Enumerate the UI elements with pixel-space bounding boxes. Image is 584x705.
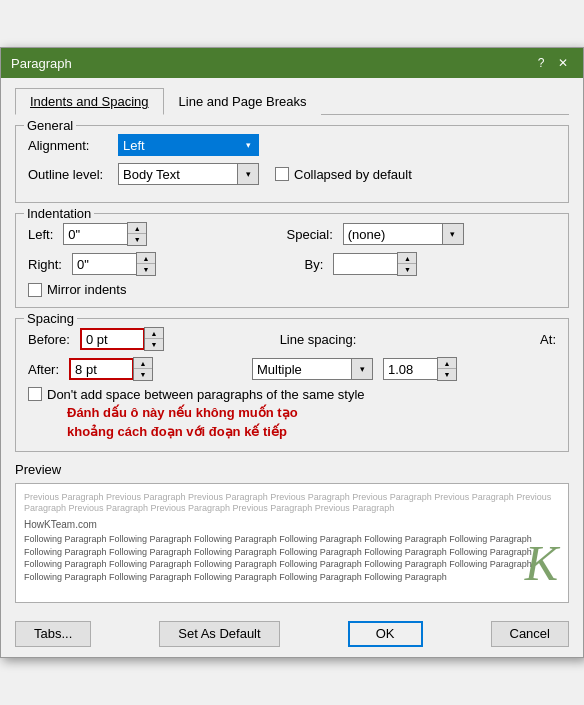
before-down-arrow[interactable]: ▼ <box>145 339 163 350</box>
indentation-title: Indentation <box>24 206 94 221</box>
outline-dropdown-wrap: Body Text ▾ <box>118 163 259 185</box>
alignment-dropdown-wrap: Left ▾ <box>118 134 259 156</box>
outline-dropdown-arrow[interactable]: ▾ <box>237 163 259 185</box>
preview-box: Previous Paragraph Previous Paragraph Pr… <box>15 483 569 603</box>
before-spinner: ▲ ▼ <box>80 327 270 351</box>
special-dropdown[interactable]: (none) <box>343 223 443 245</box>
after-down-arrow[interactable]: ▼ <box>134 369 152 380</box>
special-label: Special: <box>287 227 333 242</box>
title-bar: Paragraph ? ✕ <box>1 48 583 78</box>
same-style-checkbox-wrap[interactable] <box>28 387 42 401</box>
collapsed-label: Collapsed by default <box>294 167 412 182</box>
by-spinner: ▲ ▼ <box>333 252 556 276</box>
preview-prev-para: Previous Paragraph Previous Paragraph Pr… <box>24 492 560 515</box>
alignment-dropdown[interactable]: Left <box>118 134 238 156</box>
alignment-label: Alignment: <box>28 138 118 153</box>
alignment-dropdown-arrow[interactable]: ▾ <box>237 134 259 156</box>
spacing-group: Spacing Before: ▲ ▼ Line spacing: At: Af… <box>15 318 569 451</box>
mirror-checkbox[interactable] <box>28 283 42 297</box>
same-style-row: Don't add space between paragraphs of th… <box>28 387 556 440</box>
close-button[interactable]: ✕ <box>553 54 573 72</box>
special-dropdown-wrap: (none) ▾ <box>343 223 556 245</box>
preview-section: Preview Previous Paragraph Previous Para… <box>15 462 569 603</box>
collapsed-checkbox-wrap[interactable]: Collapsed by default <box>275 167 412 182</box>
at-down-arrow[interactable]: ▼ <box>438 369 456 380</box>
by-down-arrow[interactable]: ▼ <box>398 264 416 275</box>
by-up-arrow[interactable]: ▲ <box>398 253 416 264</box>
after-label: After: <box>28 362 59 377</box>
at-label: At: <box>366 332 556 347</box>
outline-dropdown[interactable]: Body Text <box>118 163 238 185</box>
left-arrows: ▲ ▼ <box>127 222 147 246</box>
same-style-checkbox[interactable] <box>28 387 42 401</box>
right-label: Right: <box>28 257 62 272</box>
ok-button[interactable]: OK <box>348 621 423 647</box>
special-dropdown-arrow[interactable]: ▾ <box>442 223 464 245</box>
before-input[interactable] <box>80 328 145 350</box>
left-input[interactable]: 0" <box>63 223 128 245</box>
after-spinner: ▲ ▼ <box>69 357 242 381</box>
mirror-row: Mirror indents <box>28 282 556 297</box>
same-style-text-wrap: Don't add space between paragraphs of th… <box>47 387 365 440</box>
right-arrows: ▲ ▼ <box>136 252 156 276</box>
at-input[interactable] <box>383 358 438 380</box>
indentation-group: Indentation Left: 0" ▲ ▼ Special: (none) <box>15 213 569 308</box>
annotation-text: Đánh dấu ô này nếu không muốn tạokhoảng … <box>67 404 365 440</box>
left-spinner: 0" ▲ ▼ <box>63 222 276 246</box>
right-input[interactable]: 0" <box>72 253 137 275</box>
right-down-arrow[interactable]: ▼ <box>137 264 155 275</box>
dialog-body: Indents and Spacing Line and Page Breaks… <box>1 78 583 612</box>
by-input[interactable] <box>333 253 398 275</box>
by-arrows: ▲ ▼ <box>397 252 417 276</box>
at-spinner: ▲ ▼ <box>383 357 556 381</box>
tab-bar: Indents and Spacing Line and Page Breaks <box>15 88 569 115</box>
paragraph-dialog: Paragraph ? ✕ Indents and Spacing Line a… <box>0 47 584 657</box>
alignment-row: Alignment: Left ▾ <box>28 134 556 156</box>
line-spacing-dropdown[interactable]: Multiple <box>252 358 352 380</box>
outline-row: Outline level: Body Text ▾ Collapsed by … <box>28 163 556 185</box>
preview-site-name: HowKTeam.com <box>24 519 560 530</box>
general-title: General <box>24 118 76 133</box>
general-group: General Alignment: Left ▾ Outline level: <box>15 125 569 203</box>
after-input[interactable] <box>69 358 134 380</box>
dialog-title: Paragraph <box>11 56 72 71</box>
title-bar-left: Paragraph <box>11 56 72 71</box>
spacing-title: Spacing <box>24 311 77 326</box>
before-label: Before: <box>28 332 70 347</box>
at-arrows: ▲ ▼ <box>437 357 457 381</box>
help-button[interactable]: ? <box>531 54 551 72</box>
after-up-arrow[interactable]: ▲ <box>134 358 152 369</box>
set-default-button[interactable]: Set As Default <box>159 621 279 647</box>
by-label: By: <box>305 257 324 272</box>
right-up-arrow[interactable]: ▲ <box>137 253 155 264</box>
left-down-arrow[interactable]: ▼ <box>128 234 146 245</box>
right-spinner: 0" ▲ ▼ <box>72 252 295 276</box>
cancel-button[interactable]: Cancel <box>491 621 569 647</box>
preview-label: Preview <box>15 462 569 477</box>
line-spacing-dropdown-wrap: Multiple ▾ <box>252 358 373 380</box>
button-row: Tabs... Set As Default OK Cancel <box>1 613 583 657</box>
tabs-button[interactable]: Tabs... <box>15 621 91 647</box>
line-spacing-arrow[interactable]: ▾ <box>351 358 373 380</box>
left-up-arrow[interactable]: ▲ <box>128 223 146 234</box>
mirror-label: Mirror indents <box>47 282 126 297</box>
tab-line-page-breaks[interactable]: Line and Page Breaks <box>164 88 322 115</box>
before-arrows: ▲ ▼ <box>144 327 164 351</box>
mirror-checkbox-wrap[interactable]: Mirror indents <box>28 282 556 297</box>
outline-label: Outline level: <box>28 167 118 182</box>
before-up-arrow[interactable]: ▲ <box>145 328 163 339</box>
line-spacing-label: Line spacing: <box>280 332 357 347</box>
left-label: Left: <box>28 227 53 242</box>
preview-follow-para: Following Paragraph Following Paragraph … <box>24 533 560 583</box>
collapsed-checkbox[interactable] <box>275 167 289 181</box>
title-bar-buttons: ? ✕ <box>531 54 573 72</box>
after-arrows: ▲ ▼ <box>133 357 153 381</box>
preview-logo: K <box>525 534 558 592</box>
at-up-arrow[interactable]: ▲ <box>438 358 456 369</box>
same-style-label: Don't add space between paragraphs of th… <box>47 387 365 402</box>
tab-indents-spacing[interactable]: Indents and Spacing <box>15 88 164 115</box>
